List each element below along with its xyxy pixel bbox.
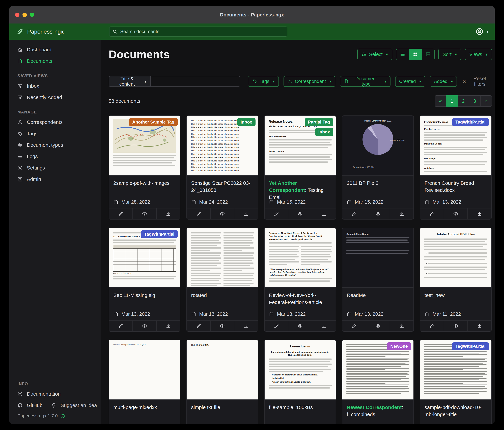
document-title[interactable]: Yet Another Correspondent: Testing Email — [269, 180, 331, 201]
document-thumbnail[interactable]: French Country BreadFor the Leaven:Make … — [420, 116, 491, 176]
document-card[interactable]: Lorem ipsumLorem ipsum dolor sit amet, c… — [264, 340, 336, 424]
document-card[interactable]: rotated Mar 13, 2022 — [186, 228, 258, 332]
sort-button[interactable]: Sort ▾ — [438, 49, 461, 60]
list-view-button[interactable] — [396, 49, 409, 60]
views-button[interactable]: Views ▾ — [465, 49, 492, 60]
sidebar-item-documents[interactable]: Documents — [9, 55, 101, 67]
document-card[interactable]: Another Sample Tag 2sample-pdf-with-imag… — [109, 115, 180, 220]
title-content-filter-button[interactable]: Title & content ▾ — [109, 76, 151, 87]
view-button[interactable] — [133, 321, 156, 331]
download-button[interactable] — [234, 208, 258, 219]
document-card[interactable]: NewOne Newest Correspondent: f_combineds — [342, 340, 414, 424]
edit-button[interactable] — [187, 321, 210, 331]
edit-button[interactable] — [420, 208, 444, 219]
document-thumbnail[interactable]: Another Sample Tag — [109, 116, 180, 176]
pagination-page-3[interactable]: 3 — [469, 95, 480, 107]
sidebar-item-logs[interactable]: Logs — [9, 151, 101, 162]
document-thumbnail[interactable]: 11. CONTINUING MEDICAL EDUCATIONAttestat… — [109, 228, 180, 288]
sidebar-item-documentation[interactable]: Documentation — [9, 388, 101, 400]
sidebar-item-tags[interactable]: Tags — [9, 128, 101, 139]
view-button[interactable] — [444, 208, 468, 219]
edit-button[interactable] — [265, 321, 288, 331]
tag-badge[interactable]: TagWithPartial — [452, 118, 489, 126]
document-title[interactable]: sample-pdf-download-10-mb-longer-title — [424, 404, 487, 418]
added-filter-button[interactable]: Added ▾ — [430, 76, 457, 87]
document-thumbnail[interactable]: This is a test for the double space char… — [187, 116, 258, 176]
pagination-page-2[interactable]: 2 — [457, 95, 469, 107]
created-filter-button[interactable]: Created ▾ — [395, 76, 425, 87]
edit-button[interactable] — [109, 208, 133, 219]
document-card[interactable]: This is a test file. simple txt file — [186, 340, 258, 424]
document-thumbnail[interactable]: Adobe Acrobat PDF Files — [420, 228, 491, 288]
view-button[interactable] — [288, 208, 312, 219]
sidebar-item-suggest-an-idea[interactable]: Suggest an idea — [46, 400, 101, 411]
document-thumbnail[interactable]: Contact Sheet Demo — [342, 228, 414, 288]
document-thumbnail[interactable]: This is a test file. — [187, 340, 258, 400]
edit-button[interactable] — [109, 321, 133, 331]
download-button[interactable] — [312, 321, 336, 331]
document-thumbnail[interactable]: NewOne — [342, 340, 414, 400]
document-title[interactable]: French Country Bread Revised.docx — [424, 180, 487, 194]
info-icon[interactable] — [60, 414, 65, 418]
edit-button[interactable] — [342, 208, 366, 219]
document-card[interactable]: Contact Sheet Demo ReadMe Mar 13, 2022 — [342, 228, 414, 332]
reset-filters-button[interactable]: × Reset filters — [463, 76, 492, 87]
view-button[interactable] — [444, 321, 468, 331]
app-brand[interactable]: Paperless-ngx — [16, 28, 63, 35]
document-card[interactable]: Adobe Acrobat PDF Files test_new Mar 11,… — [420, 228, 492, 332]
correspondent-link[interactable]: Newest Correspondent — [347, 404, 402, 410]
document-card[interactable]: TagWithPartial sample-pdf-download-10-mb… — [420, 340, 492, 424]
select-button[interactable]: Select ▾ — [357, 49, 392, 60]
download-button[interactable] — [156, 321, 180, 331]
sidebar-item-admin[interactable]: Admin — [9, 174, 101, 185]
document-card[interactable]: This is a multi page document. Page 1. m… — [109, 340, 180, 424]
sidebar-item-settings[interactable]: Settings — [9, 162, 101, 174]
title-content-filter-input[interactable] — [151, 76, 240, 87]
document-thumbnail[interactable]: Lorem ipsumLorem ipsum dolor sit amet, c… — [265, 340, 336, 400]
tag-badge[interactable]: Partial Tag — [305, 118, 333, 126]
detail-view-button[interactable] — [422, 49, 435, 60]
sidebar-item-correspondents[interactable]: Correspondents — [9, 116, 101, 128]
tag-badge[interactable]: TagWithPartial — [141, 230, 178, 238]
document-title[interactable]: 2011 BP Pie 2 — [347, 180, 409, 187]
tags-filter-button[interactable]: Tags ▾ — [248, 76, 279, 87]
document-thumbnail[interactable]: Patient BP Distribution 2011Normal, 232,… — [342, 116, 414, 176]
pagination-prev[interactable]: « — [435, 95, 446, 107]
view-button[interactable] — [210, 208, 234, 219]
edit-button[interactable] — [187, 208, 210, 219]
document-title[interactable]: multi-page-mixedxx — [113, 404, 176, 411]
view-button[interactable] — [288, 321, 312, 331]
document-card[interactable]: Patient BP Distribution 2011Normal, 232,… — [342, 115, 414, 220]
zoom-window-button[interactable] — [30, 13, 34, 17]
document-thumbnail[interactable]: Review of New York Federal Petitions for… — [265, 228, 336, 288]
document-title[interactable]: Review-of-New-York-Federal-Petitions-art… — [269, 292, 331, 306]
document-card[interactable]: Release NotesSimba ODBC Driver for SQL S… — [264, 115, 336, 220]
document-card[interactable]: 11. CONTINUING MEDICAL EDUCATIONAttestat… — [109, 228, 180, 332]
pagination-next[interactable]: » — [480, 95, 492, 107]
document-title[interactable]: test_new — [424, 292, 487, 299]
download-button[interactable] — [390, 208, 414, 219]
document-title[interactable]: 2sample-pdf-with-images — [113, 180, 176, 187]
user-menu[interactable]: ▾ — [476, 24, 489, 40]
document-thumbnail[interactable]: Release NotesSimba ODBC Driver for SQL S… — [265, 116, 336, 176]
document-title[interactable]: Sec 11-Missing sig — [113, 292, 176, 299]
document-title[interactable]: file-sample_150kBs — [269, 404, 331, 411]
tag-badge[interactable]: Inbox — [315, 128, 333, 136]
tag-badge[interactable]: NewOne — [387, 342, 411, 350]
document-thumbnail[interactable]: This is a multi page document. Page 1. — [109, 340, 180, 400]
correspondent-link[interactable]: Yet Another Correspondent — [269, 180, 305, 193]
sidebar-item-inbox[interactable]: Inbox — [9, 80, 101, 92]
download-button[interactable] — [156, 208, 180, 219]
view-button[interactable] — [133, 208, 156, 219]
download-button[interactable] — [468, 208, 491, 219]
tag-badge[interactable]: TagWithPartial — [452, 342, 489, 350]
document-title[interactable]: simple txt file — [191, 404, 253, 411]
document-card[interactable]: Review of New York Federal Petitions for… — [264, 228, 336, 332]
download-button[interactable] — [312, 208, 336, 219]
pagination-page-1[interactable]: 1 — [446, 95, 458, 107]
download-button[interactable] — [234, 321, 258, 331]
view-button[interactable] — [210, 321, 234, 331]
view-button[interactable] — [366, 208, 390, 219]
close-window-button[interactable] — [15, 13, 19, 17]
document-card[interactable]: French Country BreadFor the Leaven:Make … — [420, 115, 492, 220]
